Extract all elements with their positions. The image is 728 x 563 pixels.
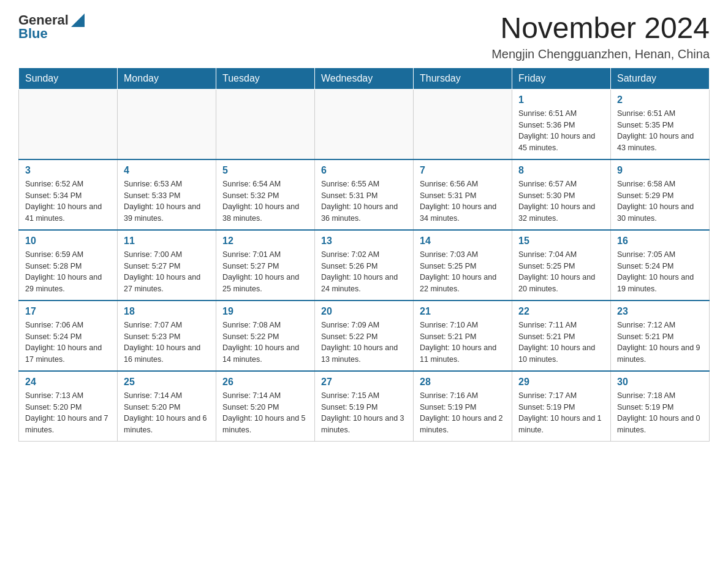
day-number: 4 (124, 165, 210, 176)
day-number: 3 (25, 165, 111, 176)
col-friday: Friday (512, 67, 611, 89)
table-row: 9Sunrise: 6:58 AMSunset: 5:29 PMDaylight… (611, 159, 710, 230)
day-number: 13 (321, 236, 407, 247)
calendar-week-row: 17Sunrise: 7:06 AMSunset: 5:24 PMDayligh… (19, 301, 710, 371)
svg-marker-0 (71, 13, 85, 27)
logo: General Blue (18, 12, 85, 42)
calendar-week-row: 1Sunrise: 6:51 AMSunset: 5:36 PMDaylight… (19, 89, 710, 159)
col-saturday: Saturday (611, 67, 710, 89)
day-number: 10 (25, 236, 111, 247)
table-row: 17Sunrise: 7:06 AMSunset: 5:24 PMDayligh… (19, 301, 118, 371)
day-info: Sunrise: 6:51 AMSunset: 5:36 PMDaylight:… (518, 108, 604, 154)
day-number: 9 (617, 165, 703, 176)
day-info: Sunrise: 7:01 AMSunset: 5:27 PMDaylight:… (222, 249, 308, 295)
calendar-week-row: 3Sunrise: 6:52 AMSunset: 5:34 PMDaylight… (19, 159, 710, 230)
day-info: Sunrise: 7:06 AMSunset: 5:24 PMDaylight:… (25, 320, 111, 366)
table-row: 18Sunrise: 7:07 AMSunset: 5:23 PMDayligh… (118, 301, 216, 371)
calendar-header-row: Sunday Monday Tuesday Wednesday Thursday… (19, 67, 710, 89)
day-number: 15 (518, 236, 604, 247)
table-row: 4Sunrise: 6:53 AMSunset: 5:33 PMDaylight… (118, 159, 216, 230)
table-row: 30Sunrise: 7:18 AMSunset: 5:19 PMDayligh… (611, 371, 710, 442)
col-sunday: Sunday (19, 67, 118, 89)
table-row: 12Sunrise: 7:01 AMSunset: 5:27 PMDayligh… (216, 230, 315, 301)
day-info: Sunrise: 7:10 AMSunset: 5:21 PMDaylight:… (420, 320, 506, 366)
table-row: 16Sunrise: 7:05 AMSunset: 5:24 PMDayligh… (611, 230, 710, 301)
day-info: Sunrise: 6:59 AMSunset: 5:28 PMDaylight:… (25, 249, 111, 295)
day-info: Sunrise: 7:12 AMSunset: 5:21 PMDaylight:… (617, 320, 703, 366)
day-info: Sunrise: 6:54 AMSunset: 5:32 PMDaylight:… (222, 178, 308, 224)
table-row: 14Sunrise: 7:03 AMSunset: 5:25 PMDayligh… (414, 230, 512, 301)
day-info: Sunrise: 7:14 AMSunset: 5:20 PMDaylight:… (124, 390, 210, 436)
table-row: 6Sunrise: 6:55 AMSunset: 5:31 PMDaylight… (315, 159, 414, 230)
table-row: 25Sunrise: 7:14 AMSunset: 5:20 PMDayligh… (118, 371, 216, 442)
title-section: November 2024 Mengjin Chengguanzhen, Hen… (491, 12, 710, 61)
day-info: Sunrise: 6:58 AMSunset: 5:29 PMDaylight:… (617, 178, 703, 224)
day-info: Sunrise: 7:18 AMSunset: 5:19 PMDaylight:… (617, 390, 703, 436)
day-number: 28 (420, 377, 506, 388)
table-row (216, 89, 315, 159)
day-number: 16 (617, 236, 703, 247)
logo-blue-text: Blue (18, 26, 48, 42)
day-number: 7 (420, 165, 506, 176)
day-number: 22 (518, 306, 604, 317)
day-number: 17 (25, 306, 111, 317)
day-number: 24 (25, 377, 111, 388)
table-row: 8Sunrise: 6:57 AMSunset: 5:30 PMDaylight… (512, 159, 611, 230)
day-info: Sunrise: 7:15 AMSunset: 5:19 PMDaylight:… (321, 390, 407, 436)
table-row (118, 89, 216, 159)
table-row: 21Sunrise: 7:10 AMSunset: 5:21 PMDayligh… (414, 301, 512, 371)
calendar-week-row: 10Sunrise: 6:59 AMSunset: 5:28 PMDayligh… (19, 230, 710, 301)
day-info: Sunrise: 7:16 AMSunset: 5:19 PMDaylight:… (420, 390, 506, 436)
calendar-table: Sunday Monday Tuesday Wednesday Thursday… (18, 67, 710, 442)
day-number: 1 (518, 94, 604, 105)
day-number: 27 (321, 377, 407, 388)
table-row: 3Sunrise: 6:52 AMSunset: 5:34 PMDaylight… (19, 159, 118, 230)
table-row: 20Sunrise: 7:09 AMSunset: 5:22 PMDayligh… (315, 301, 414, 371)
day-info: Sunrise: 7:09 AMSunset: 5:22 PMDaylight:… (321, 320, 407, 366)
day-info: Sunrise: 7:17 AMSunset: 5:19 PMDaylight:… (518, 390, 604, 436)
day-info: Sunrise: 7:13 AMSunset: 5:20 PMDaylight:… (25, 390, 111, 436)
day-number: 14 (420, 236, 506, 247)
day-number: 8 (518, 165, 604, 176)
table-row: 13Sunrise: 7:02 AMSunset: 5:26 PMDayligh… (315, 230, 414, 301)
table-row: 11Sunrise: 7:00 AMSunset: 5:27 PMDayligh… (118, 230, 216, 301)
table-row: 22Sunrise: 7:11 AMSunset: 5:21 PMDayligh… (512, 301, 611, 371)
day-info: Sunrise: 7:07 AMSunset: 5:23 PMDaylight:… (124, 320, 210, 366)
day-number: 2 (617, 94, 703, 105)
table-row: 29Sunrise: 7:17 AMSunset: 5:19 PMDayligh… (512, 371, 611, 442)
day-info: Sunrise: 6:56 AMSunset: 5:31 PMDaylight:… (420, 178, 506, 224)
table-row: 28Sunrise: 7:16 AMSunset: 5:19 PMDayligh… (414, 371, 512, 442)
day-info: Sunrise: 7:14 AMSunset: 5:20 PMDaylight:… (222, 390, 308, 436)
table-row (19, 89, 118, 159)
day-number: 5 (222, 165, 308, 176)
day-number: 30 (617, 377, 703, 388)
col-tuesday: Tuesday (216, 67, 315, 89)
day-number: 23 (617, 306, 703, 317)
day-number: 25 (124, 377, 210, 388)
logo-triangle-icon (71, 13, 85, 27)
day-info: Sunrise: 7:05 AMSunset: 5:24 PMDaylight:… (617, 249, 703, 295)
day-number: 20 (321, 306, 407, 317)
table-row: 10Sunrise: 6:59 AMSunset: 5:28 PMDayligh… (19, 230, 118, 301)
day-info: Sunrise: 7:03 AMSunset: 5:25 PMDaylight:… (420, 249, 506, 295)
day-number: 11 (124, 236, 210, 247)
table-row: 19Sunrise: 7:08 AMSunset: 5:22 PMDayligh… (216, 301, 315, 371)
day-number: 29 (518, 377, 604, 388)
day-info: Sunrise: 7:08 AMSunset: 5:22 PMDaylight:… (222, 320, 308, 366)
day-info: Sunrise: 6:52 AMSunset: 5:34 PMDaylight:… (25, 178, 111, 224)
day-info: Sunrise: 7:02 AMSunset: 5:26 PMDaylight:… (321, 249, 407, 295)
calendar-week-row: 24Sunrise: 7:13 AMSunset: 5:20 PMDayligh… (19, 371, 710, 442)
col-wednesday: Wednesday (315, 67, 414, 89)
table-row: 1Sunrise: 6:51 AMSunset: 5:36 PMDaylight… (512, 89, 611, 159)
page-header: General Blue November 2024 Mengjin Cheng… (18, 12, 710, 61)
table-row (315, 89, 414, 159)
col-thursday: Thursday (414, 67, 512, 89)
table-row: 27Sunrise: 7:15 AMSunset: 5:19 PMDayligh… (315, 371, 414, 442)
table-row (414, 89, 512, 159)
table-row: 24Sunrise: 7:13 AMSunset: 5:20 PMDayligh… (19, 371, 118, 442)
col-monday: Monday (118, 67, 216, 89)
day-number: 21 (420, 306, 506, 317)
table-row: 26Sunrise: 7:14 AMSunset: 5:20 PMDayligh… (216, 371, 315, 442)
day-number: 18 (124, 306, 210, 317)
table-row: 5Sunrise: 6:54 AMSunset: 5:32 PMDaylight… (216, 159, 315, 230)
